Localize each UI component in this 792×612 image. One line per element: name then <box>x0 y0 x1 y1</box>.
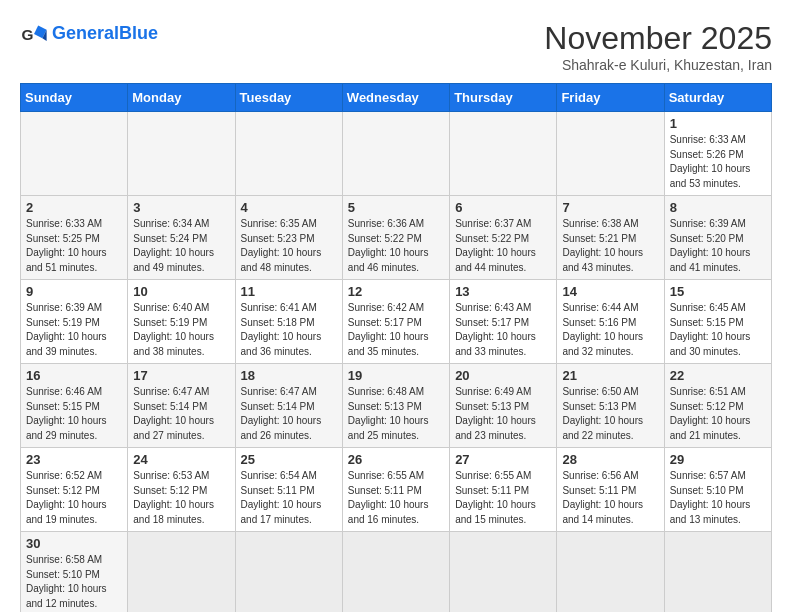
calendar-table: SundayMondayTuesdayWednesdayThursdayFrid… <box>20 83 772 612</box>
calendar-day-cell: 29Sunrise: 6:57 AMSunset: 5:10 PMDayligh… <box>664 448 771 532</box>
calendar-week-row: 9Sunrise: 6:39 AMSunset: 5:19 PMDaylight… <box>21 280 772 364</box>
day-number: 9 <box>26 284 122 299</box>
day-info: Sunrise: 6:45 AMSunset: 5:15 PMDaylight:… <box>670 301 766 359</box>
day-number: 29 <box>670 452 766 467</box>
calendar-day-cell: 20Sunrise: 6:49 AMSunset: 5:13 PMDayligh… <box>450 364 557 448</box>
calendar-day-cell <box>235 112 342 196</box>
day-number: 26 <box>348 452 444 467</box>
calendar-day-cell: 25Sunrise: 6:54 AMSunset: 5:11 PMDayligh… <box>235 448 342 532</box>
calendar-day-cell <box>450 112 557 196</box>
logo-blue: Blue <box>119 23 158 43</box>
calendar-week-row: 1Sunrise: 6:33 AMSunset: 5:26 PMDaylight… <box>21 112 772 196</box>
day-number: 10 <box>133 284 229 299</box>
calendar-day-cell: 11Sunrise: 6:41 AMSunset: 5:18 PMDayligh… <box>235 280 342 364</box>
day-info: Sunrise: 6:35 AMSunset: 5:23 PMDaylight:… <box>241 217 337 275</box>
calendar-day-cell: 21Sunrise: 6:50 AMSunset: 5:13 PMDayligh… <box>557 364 664 448</box>
weekday-header-wednesday: Wednesday <box>342 84 449 112</box>
day-info: Sunrise: 6:51 AMSunset: 5:12 PMDaylight:… <box>670 385 766 443</box>
calendar-header-row: SundayMondayTuesdayWednesdayThursdayFrid… <box>21 84 772 112</box>
day-number: 22 <box>670 368 766 383</box>
day-info: Sunrise: 6:49 AMSunset: 5:13 PMDaylight:… <box>455 385 551 443</box>
day-number: 23 <box>26 452 122 467</box>
day-info: Sunrise: 6:39 AMSunset: 5:20 PMDaylight:… <box>670 217 766 275</box>
calendar-day-cell: 2Sunrise: 6:33 AMSunset: 5:25 PMDaylight… <box>21 196 128 280</box>
calendar-day-cell <box>235 532 342 613</box>
location-subtitle: Shahrak-e Kuluri, Khuzestan, Iran <box>544 57 772 73</box>
calendar-day-cell: 17Sunrise: 6:47 AMSunset: 5:14 PMDayligh… <box>128 364 235 448</box>
day-info: Sunrise: 6:50 AMSunset: 5:13 PMDaylight:… <box>562 385 658 443</box>
calendar-day-cell <box>128 112 235 196</box>
day-number: 6 <box>455 200 551 215</box>
title-block: November 2025 Shahrak-e Kuluri, Khuzesta… <box>544 20 772 73</box>
day-number: 20 <box>455 368 551 383</box>
day-number: 15 <box>670 284 766 299</box>
calendar-day-cell: 8Sunrise: 6:39 AMSunset: 5:20 PMDaylight… <box>664 196 771 280</box>
day-info: Sunrise: 6:36 AMSunset: 5:22 PMDaylight:… <box>348 217 444 275</box>
day-info: Sunrise: 6:44 AMSunset: 5:16 PMDaylight:… <box>562 301 658 359</box>
calendar-week-row: 2Sunrise: 6:33 AMSunset: 5:25 PMDaylight… <box>21 196 772 280</box>
calendar-day-cell <box>128 532 235 613</box>
day-info: Sunrise: 6:39 AMSunset: 5:19 PMDaylight:… <box>26 301 122 359</box>
day-info: Sunrise: 6:55 AMSunset: 5:11 PMDaylight:… <box>455 469 551 527</box>
weekday-header-tuesday: Tuesday <box>235 84 342 112</box>
day-number: 18 <box>241 368 337 383</box>
calendar-day-cell <box>342 532 449 613</box>
day-number: 12 <box>348 284 444 299</box>
day-info: Sunrise: 6:58 AMSunset: 5:10 PMDaylight:… <box>26 553 122 611</box>
day-number: 7 <box>562 200 658 215</box>
calendar-day-cell <box>21 112 128 196</box>
calendar-day-cell: 3Sunrise: 6:34 AMSunset: 5:24 PMDaylight… <box>128 196 235 280</box>
weekday-header-thursday: Thursday <box>450 84 557 112</box>
day-number: 28 <box>562 452 658 467</box>
day-number: 17 <box>133 368 229 383</box>
day-info: Sunrise: 6:34 AMSunset: 5:24 PMDaylight:… <box>133 217 229 275</box>
calendar-day-cell: 7Sunrise: 6:38 AMSunset: 5:21 PMDaylight… <box>557 196 664 280</box>
calendar-day-cell: 28Sunrise: 6:56 AMSunset: 5:11 PMDayligh… <box>557 448 664 532</box>
day-number: 1 <box>670 116 766 131</box>
calendar-day-cell: 27Sunrise: 6:55 AMSunset: 5:11 PMDayligh… <box>450 448 557 532</box>
day-info: Sunrise: 6:43 AMSunset: 5:17 PMDaylight:… <box>455 301 551 359</box>
calendar-day-cell: 5Sunrise: 6:36 AMSunset: 5:22 PMDaylight… <box>342 196 449 280</box>
calendar-day-cell: 30Sunrise: 6:58 AMSunset: 5:10 PMDayligh… <box>21 532 128 613</box>
calendar-day-cell <box>450 532 557 613</box>
day-info: Sunrise: 6:54 AMSunset: 5:11 PMDaylight:… <box>241 469 337 527</box>
day-number: 3 <box>133 200 229 215</box>
weekday-header-sunday: Sunday <box>21 84 128 112</box>
day-number: 21 <box>562 368 658 383</box>
calendar-day-cell <box>557 112 664 196</box>
day-info: Sunrise: 6:56 AMSunset: 5:11 PMDaylight:… <box>562 469 658 527</box>
day-info: Sunrise: 6:55 AMSunset: 5:11 PMDaylight:… <box>348 469 444 527</box>
day-number: 16 <box>26 368 122 383</box>
weekday-header-monday: Monday <box>128 84 235 112</box>
calendar-day-cell: 10Sunrise: 6:40 AMSunset: 5:19 PMDayligh… <box>128 280 235 364</box>
calendar-week-row: 16Sunrise: 6:46 AMSunset: 5:15 PMDayligh… <box>21 364 772 448</box>
calendar-week-row: 30Sunrise: 6:58 AMSunset: 5:10 PMDayligh… <box>21 532 772 613</box>
day-info: Sunrise: 6:33 AMSunset: 5:26 PMDaylight:… <box>670 133 766 191</box>
day-info: Sunrise: 6:41 AMSunset: 5:18 PMDaylight:… <box>241 301 337 359</box>
day-info: Sunrise: 6:33 AMSunset: 5:25 PMDaylight:… <box>26 217 122 275</box>
day-info: Sunrise: 6:38 AMSunset: 5:21 PMDaylight:… <box>562 217 658 275</box>
day-number: 4 <box>241 200 337 215</box>
day-number: 27 <box>455 452 551 467</box>
weekday-header-friday: Friday <box>557 84 664 112</box>
page-header: G GeneralBlue November 2025 Shahrak-e Ku… <box>20 20 772 73</box>
day-number: 14 <box>562 284 658 299</box>
logo: G GeneralBlue <box>20 20 158 48</box>
calendar-day-cell: 1Sunrise: 6:33 AMSunset: 5:26 PMDaylight… <box>664 112 771 196</box>
day-info: Sunrise: 6:42 AMSunset: 5:17 PMDaylight:… <box>348 301 444 359</box>
day-info: Sunrise: 6:40 AMSunset: 5:19 PMDaylight:… <box>133 301 229 359</box>
calendar-day-cell: 15Sunrise: 6:45 AMSunset: 5:15 PMDayligh… <box>664 280 771 364</box>
logo-text: GeneralBlue <box>52 24 158 44</box>
svg-text:G: G <box>21 26 33 43</box>
day-number: 2 <box>26 200 122 215</box>
calendar-day-cell: 19Sunrise: 6:48 AMSunset: 5:13 PMDayligh… <box>342 364 449 448</box>
day-info: Sunrise: 6:47 AMSunset: 5:14 PMDaylight:… <box>241 385 337 443</box>
calendar-day-cell: 6Sunrise: 6:37 AMSunset: 5:22 PMDaylight… <box>450 196 557 280</box>
calendar-day-cell <box>664 532 771 613</box>
day-number: 5 <box>348 200 444 215</box>
weekday-header-saturday: Saturday <box>664 84 771 112</box>
calendar-day-cell <box>557 532 664 613</box>
day-number: 11 <box>241 284 337 299</box>
calendar-day-cell: 14Sunrise: 6:44 AMSunset: 5:16 PMDayligh… <box>557 280 664 364</box>
calendar-day-cell: 22Sunrise: 6:51 AMSunset: 5:12 PMDayligh… <box>664 364 771 448</box>
